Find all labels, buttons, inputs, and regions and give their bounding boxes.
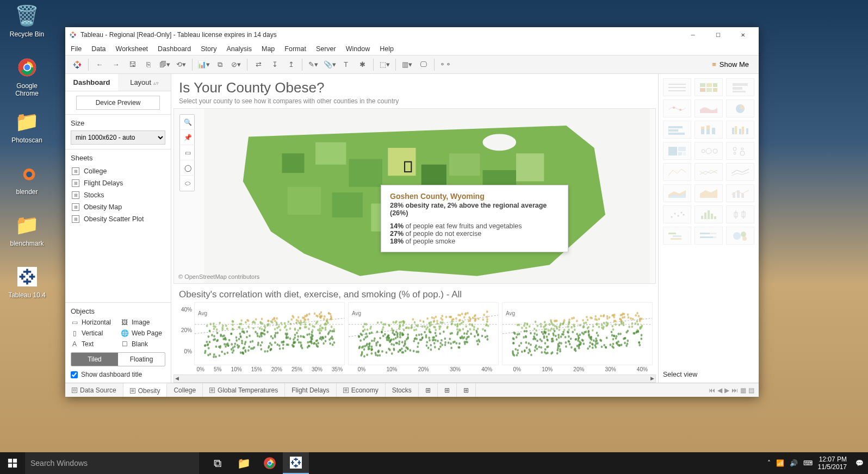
obj-vertical[interactable]: ▯Vertical xyxy=(71,329,115,337)
new-worksheet-button[interactable]: 📊▾ xyxy=(196,58,211,72)
menu-map[interactable]: Map xyxy=(262,45,275,53)
tray-keyboard-icon[interactable]: ⌨ xyxy=(803,459,813,467)
scatter-panel-3[interactable]: Avg xyxy=(502,302,653,365)
taskbar-clock[interactable]: 12:07 PM 11/5/2017 xyxy=(818,456,850,471)
sm-text-table[interactable] xyxy=(663,78,691,96)
fit-button[interactable]: ⬚▾ xyxy=(377,58,392,72)
tab-obesity[interactable]: ⊞Obesity xyxy=(123,383,168,397)
close-button[interactable]: ✕ xyxy=(730,27,755,42)
highlight-button[interactable]: ✎▾ xyxy=(306,58,321,72)
tableau-icon[interactable] xyxy=(283,452,309,474)
explorer-icon[interactable]: 📁 xyxy=(231,452,257,474)
desktop-tableau[interactable]: Tableau 10.4 xyxy=(7,264,47,299)
sm-gantt[interactable] xyxy=(663,227,691,245)
sm-scatter[interactable] xyxy=(663,205,691,223)
minimize-button[interactable]: ─ xyxy=(680,27,705,42)
tray-volume-icon[interactable]: 🔊 xyxy=(790,459,798,467)
sm-box[interactable] xyxy=(726,205,754,223)
sheet-obesity-map[interactable]: ⊞Obesity Map xyxy=(71,201,165,213)
sheet-obesity-scatter[interactable]: ⊞Obesity Scatter Plot xyxy=(71,213,165,225)
sheet-flight-delays[interactable]: ⊞Flight Delays xyxy=(71,177,165,189)
desktop-chrome[interactable]: Google Chrome xyxy=(7,54,47,97)
sm-line-discrete[interactable] xyxy=(695,163,723,181)
tab-flight-delays[interactable]: Flight Delays xyxy=(285,383,336,397)
labels-button[interactable]: ✱ xyxy=(355,58,370,72)
sm-bullet[interactable] xyxy=(695,227,723,245)
nav-next-icon[interactable]: ▶ xyxy=(724,386,729,394)
swap-button[interactable]: ⇄ xyxy=(251,58,266,72)
sm-pie[interactable] xyxy=(726,99,754,117)
sheet-stocks[interactable]: ⊞Stocks xyxy=(71,189,165,201)
nav-prev-icon[interactable]: ◀ xyxy=(717,386,722,394)
search-input[interactable]: Search Windows xyxy=(25,452,199,474)
undo-button[interactable]: ← xyxy=(92,58,107,72)
sm-dual-combo[interactable] xyxy=(726,184,754,202)
obj-webpage[interactable]: 🌐Web Page xyxy=(121,329,165,337)
show-me-button[interactable]: ≡Show Me xyxy=(706,58,754,71)
tray-network-icon[interactable]: 📶 xyxy=(776,459,784,467)
desktop-blenchmark[interactable]: 📁blenchmark xyxy=(7,212,47,247)
tab-economy[interactable]: ⊞Economy xyxy=(337,383,386,397)
tab-global-temp[interactable]: ⊞Global Temperatures xyxy=(203,383,285,397)
tableau-logo-icon[interactable] xyxy=(70,58,85,72)
map-pin-icon[interactable]: 📌 xyxy=(180,130,195,145)
show-title-check[interactable]: Show dashboard title xyxy=(71,371,165,378)
nav-last-icon[interactable]: ⏭ xyxy=(731,386,738,394)
tray-up-icon[interactable]: ˄ xyxy=(767,459,771,467)
sm-circle[interactable] xyxy=(695,142,723,160)
menu-story[interactable]: Story xyxy=(201,45,216,53)
sm-heat[interactable] xyxy=(695,78,723,96)
autoupdate-button[interactable]: 🗐▾ xyxy=(157,58,172,72)
obesity-map[interactable]: 🔍 📌 ▭ ◯ ⬭ xyxy=(173,108,656,284)
sm-hbar[interactable] xyxy=(663,121,691,139)
share-button[interactable]: ⚬⚬ xyxy=(438,58,453,72)
sm-map-symbol[interactable] xyxy=(663,99,691,117)
device-preview-button[interactable]: Device Preview xyxy=(76,96,160,110)
menu-dashboard[interactable]: Dashboard xyxy=(158,45,191,53)
redo-button[interactable]: → xyxy=(108,58,123,72)
duplicate-button[interactable]: ⧉ xyxy=(212,58,227,72)
menu-data[interactable]: Data xyxy=(91,45,106,53)
sm-highlight[interactable] xyxy=(726,78,754,96)
tab-datasource[interactable]: ⊟Data Source xyxy=(65,383,123,397)
tab-layout[interactable]: Layout ▵▿ xyxy=(118,74,171,91)
new-datasource-button[interactable]: ⎘ xyxy=(141,58,156,72)
sm-side-circle[interactable] xyxy=(726,142,754,160)
obj-blank[interactable]: ☐Blank xyxy=(121,340,165,348)
sm-packed-bubble[interactable] xyxy=(726,227,754,245)
nav-first-icon[interactable]: ⏮ xyxy=(709,386,715,394)
menu-help[interactable]: Help xyxy=(380,45,394,53)
chrome-icon[interactable] xyxy=(257,452,283,474)
sm-stacked-bar[interactable] xyxy=(695,121,723,139)
obj-image[interactable]: 🖼Image xyxy=(121,319,165,326)
desktop-blender[interactable]: blender xyxy=(7,160,47,196)
scatter-panel-1[interactable]: Avg xyxy=(194,302,345,365)
cards-button[interactable]: ▥▾ xyxy=(399,58,414,72)
obj-text[interactable]: AText xyxy=(71,340,115,348)
maximize-button[interactable]: ☐ xyxy=(705,27,730,42)
presentation-button[interactable]: 🖵 xyxy=(416,58,431,72)
obj-horizontal[interactable]: ▭Horizontal xyxy=(71,319,115,326)
sm-area-discrete[interactable] xyxy=(695,184,723,202)
desktop-photoscan[interactable]: 📁Photoscan xyxy=(7,109,47,144)
sm-treemap[interactable] xyxy=(663,142,691,160)
tab-college[interactable]: College xyxy=(167,383,203,397)
scatter-area[interactable]: 40% 20% 0% Avg Avg Avg xyxy=(173,302,656,365)
new-story-tab[interactable]: ⊞ xyxy=(457,383,476,397)
sm-area[interactable] xyxy=(663,184,691,202)
save-button[interactable]: 🖫 xyxy=(125,58,140,72)
menu-file[interactable]: File xyxy=(71,45,82,53)
menu-server[interactable]: Server xyxy=(316,45,336,53)
sort-desc-button[interactable]: ↥ xyxy=(283,58,299,72)
menu-window[interactable]: Window xyxy=(346,45,370,53)
view-grid-icon[interactable]: ▦ xyxy=(740,386,746,394)
tab-stocks[interactable]: Stocks xyxy=(386,383,419,397)
notifications-icon[interactable]: 💬 xyxy=(855,459,864,467)
sm-dual-line[interactable] xyxy=(726,163,754,181)
group-button[interactable]: 📎▾ xyxy=(322,58,337,72)
totals-button[interactable]: T xyxy=(338,58,354,72)
sort-asc-button[interactable]: ↧ xyxy=(267,58,282,72)
new-dashboard-tab[interactable]: ⊞ xyxy=(438,383,457,397)
clear-button[interactable]: ⊘▾ xyxy=(228,58,244,72)
start-button[interactable] xyxy=(0,452,25,474)
